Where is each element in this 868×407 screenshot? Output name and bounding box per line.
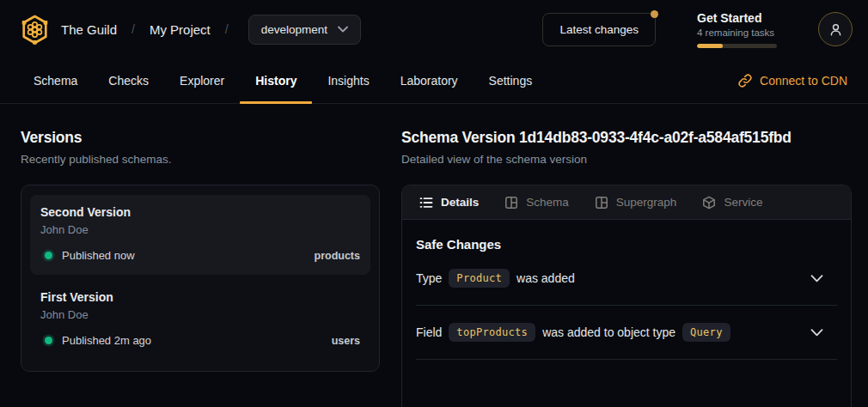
change-row[interactable]: TypeProductwas added xyxy=(416,252,837,306)
detail-tab-schema[interactable]: Schema xyxy=(504,196,569,210)
change-code-badge: Query xyxy=(682,323,730,342)
version-service-name: products xyxy=(315,250,360,262)
columns-icon xyxy=(595,196,608,210)
detail-tab-label: Details xyxy=(441,196,479,209)
chevron-down-icon[interactable] xyxy=(810,275,823,282)
detail-tab-label: Supergraph xyxy=(616,196,677,209)
schema-version-panel: Schema Version 1d14db83-0933-4f4c-a02f-a… xyxy=(401,129,852,407)
header-right: Latest changes Get Started 4 remaining t… xyxy=(542,11,853,48)
nav-tab-label: Laboratory xyxy=(400,74,458,88)
version-list-item[interactable]: First Version John Doe Published 2m ago … xyxy=(30,280,370,360)
breadcrumb: The Guild / My Project / development xyxy=(21,15,361,45)
changes-list: TypeProductwas added FieldtopProductswas… xyxy=(416,252,837,360)
versions-panel: Versions Recently published schemas. Sec… xyxy=(21,129,380,407)
schema-version-subtitle: Detailed view of the schema version xyxy=(401,153,852,166)
environment-selector-value: development xyxy=(261,23,327,36)
user-menu-button[interactable] xyxy=(818,12,853,46)
person-icon xyxy=(828,22,843,37)
schema-version-detail-box: Details Schema Supergraph xyxy=(401,185,852,407)
notification-dot xyxy=(651,10,658,18)
detail-tab-supergraph[interactable]: Supergraph xyxy=(595,196,677,210)
connect-to-cdn-label: Connect to CDN xyxy=(760,74,847,88)
versions-title: Versions xyxy=(21,129,380,147)
nav-tab-settings[interactable]: Settings xyxy=(474,58,548,103)
latest-changes-button[interactable]: Latest changes xyxy=(542,13,656,46)
latest-changes-label: Latest changes xyxy=(559,23,639,36)
version-name: First Version xyxy=(40,290,360,304)
nav-tab-insights[interactable]: Insights xyxy=(312,58,384,103)
nav-tab-label: Explorer xyxy=(180,74,224,88)
change-text: Field xyxy=(416,325,442,339)
version-list-item[interactable]: Second Version John Doe Published now pr… xyxy=(30,195,370,275)
nav-tab-label: Insights xyxy=(327,74,369,88)
change-description: TypeProductwas added xyxy=(416,269,575,288)
version-service-name: users xyxy=(332,335,360,347)
versions-list: Second Version John Doe Published now pr… xyxy=(21,185,380,372)
change-code-badge: Product xyxy=(449,269,510,288)
safe-changes-title: Safe Changes xyxy=(416,237,837,252)
get-started-progress xyxy=(697,44,777,48)
nav-tab-label: Settings xyxy=(489,74,533,88)
environment-selector[interactable]: development xyxy=(248,15,361,45)
get-started-widget[interactable]: Get Started 4 remaining tasks xyxy=(697,11,777,48)
connect-to-cdn-link[interactable]: Connect to CDN xyxy=(738,58,847,103)
chevron-down-icon[interactable] xyxy=(810,329,823,337)
version-author: John Doe xyxy=(40,223,360,236)
main-nav: Schema Checks Explorer History Insights … xyxy=(0,58,868,104)
schema-version-title: Schema Version 1d14db83-0933-4f4c-a02f-a… xyxy=(401,129,852,147)
change-text: was added xyxy=(517,271,575,285)
app-header: The Guild / My Project / development Lat… xyxy=(0,0,868,58)
chevron-down-icon xyxy=(338,26,348,33)
detail-tab-details[interactable]: Details xyxy=(419,196,479,210)
main-content: Versions Recently published schemas. Sec… xyxy=(0,104,868,407)
published-status-dot xyxy=(45,337,52,344)
nav-tab-label: Schema xyxy=(34,74,77,88)
nav-tab-history[interactable]: History xyxy=(240,58,312,103)
get-started-subtitle: 4 remaining tasks xyxy=(697,27,777,38)
nav-tab-label: History xyxy=(255,74,296,88)
breadcrumb-org[interactable]: The Guild xyxy=(61,22,117,37)
detail-tab-label: Service xyxy=(724,196,762,209)
detail-tab-label: Schema xyxy=(526,196,569,209)
cube-icon xyxy=(702,196,716,210)
detail-content: Safe Changes TypeProductwas added Fieldt… xyxy=(402,220,851,360)
version-published-status: Published now xyxy=(62,249,135,262)
nav-tab-label: Checks xyxy=(108,74,149,88)
nav-tabs: Schema Checks Explorer History Insights … xyxy=(18,58,547,103)
link-icon xyxy=(738,74,752,88)
nav-tab-laboratory[interactable]: Laboratory xyxy=(385,58,474,103)
version-author: John Doe xyxy=(40,308,360,321)
version-name: Second Version xyxy=(40,205,360,219)
list-icon xyxy=(419,196,433,210)
published-status-dot xyxy=(45,252,52,259)
detail-tab-service[interactable]: Service xyxy=(702,196,762,210)
detail-tabs: Details Schema Supergraph xyxy=(402,185,851,220)
get-started-title: Get Started xyxy=(697,11,777,25)
change-text: was added to object type xyxy=(542,325,675,339)
change-text: Type xyxy=(416,271,442,285)
versions-subtitle: Recently published schemas. xyxy=(21,153,380,166)
columns-icon xyxy=(504,196,518,210)
nav-tab-checks[interactable]: Checks xyxy=(93,58,164,103)
breadcrumb-separator: / xyxy=(131,22,135,36)
breadcrumb-project[interactable]: My Project xyxy=(150,22,211,37)
nav-tab-schema[interactable]: Schema xyxy=(18,58,93,103)
change-code-badge: topProducts xyxy=(449,323,535,342)
nav-tab-explorer[interactable]: Explorer xyxy=(164,58,240,103)
get-started-progress-fill xyxy=(697,44,723,48)
change-description: FieldtopProductswas added to object type… xyxy=(416,323,737,342)
version-published-status: Published 2m ago xyxy=(62,334,151,347)
hive-hexagon-icon[interactable] xyxy=(21,15,49,45)
change-row[interactable]: FieldtopProductswas added to object type… xyxy=(416,306,837,360)
breadcrumb-separator: / xyxy=(225,22,229,36)
